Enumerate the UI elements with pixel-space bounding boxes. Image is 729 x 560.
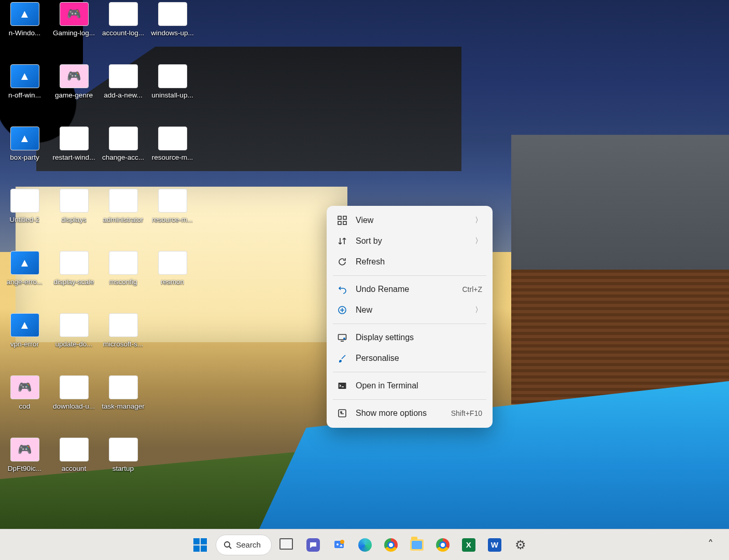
undo-icon bbox=[337, 284, 347, 295]
desktop-icon[interactable]: account bbox=[49, 436, 99, 498]
ctx-view[interactable]: View 〉 bbox=[331, 210, 488, 231]
taskbar-app-chat[interactable] bbox=[303, 535, 324, 555]
desktop-icon-label: administrator bbox=[103, 216, 143, 224]
file-thumbnail-icon: 🎮 bbox=[10, 375, 39, 399]
desktop-icon-label: restart-wind... bbox=[53, 153, 95, 162]
desktop-icon[interactable]: update-do... bbox=[49, 311, 99, 373]
taskbar-app-edge[interactable] bbox=[355, 535, 375, 555]
desktop-icon[interactable]: ▲box-party bbox=[0, 124, 49, 187]
taskbar-app-word[interactable]: W bbox=[484, 535, 505, 555]
desktop-icon-label: ange-erro... bbox=[7, 278, 43, 286]
separator bbox=[333, 275, 486, 276]
desktop-icon[interactable]: displays bbox=[49, 187, 99, 249]
desktop-icon[interactable]: microsoft-s... bbox=[99, 311, 148, 373]
desktop-icon-label: msconfig bbox=[109, 278, 137, 286]
file-thumbnail-icon: ▲ bbox=[10, 64, 39, 88]
start-button[interactable] bbox=[190, 535, 211, 555]
desktop-icon[interactable]: 🎮DpFt90ic... bbox=[0, 436, 49, 498]
svg-point-9 bbox=[225, 542, 230, 547]
ctx-label: Open in Terminal bbox=[356, 381, 482, 390]
ctx-label: Display settings bbox=[356, 333, 482, 342]
separator bbox=[333, 399, 486, 400]
file-thumbnail-icon bbox=[158, 189, 187, 213]
ctx-open-terminal[interactable]: Open in Terminal bbox=[331, 375, 488, 396]
desktop-icon[interactable]: ▲ange-erro... bbox=[0, 249, 49, 311]
desktop-icon[interactable]: administrator bbox=[99, 187, 148, 249]
ctx-display-settings[interactable]: Display settings bbox=[331, 327, 488, 348]
chevron-right-icon: 〉 bbox=[475, 236, 482, 246]
desktop-context-menu: View 〉 Sort by 〉 Refresh Undo Rename Ctr… bbox=[327, 206, 493, 428]
file-thumbnail-icon bbox=[10, 189, 39, 213]
ctx-show-more-options[interactable]: Show more options Shift+F10 bbox=[331, 403, 488, 424]
file-thumbnail-icon: ▲ bbox=[10, 313, 39, 337]
ctx-label: New bbox=[356, 305, 467, 315]
task-view-button[interactable] bbox=[277, 535, 298, 555]
taskbar-search[interactable]: Search bbox=[216, 535, 272, 555]
desktop-icon[interactable]: 🎮game-genre bbox=[49, 62, 99, 124]
ctx-undo-rename[interactable]: Undo Rename Ctrl+Z bbox=[331, 279, 488, 300]
desktop-icon-label: microsoft-s... bbox=[103, 340, 143, 348]
desktop-icon-label: n-off-win... bbox=[8, 91, 41, 100]
desktop-icon[interactable]: resmon bbox=[148, 249, 197, 311]
chat-icon bbox=[306, 538, 320, 552]
taskbar-app-file-explorer[interactable] bbox=[406, 535, 427, 555]
desktop-icon[interactable]: resource-m... bbox=[148, 187, 197, 249]
desktop-icon[interactable]: startup bbox=[99, 436, 148, 498]
paintbrush-icon bbox=[337, 353, 347, 363]
desktop-icon[interactable]: task-manager bbox=[99, 373, 148, 436]
separator bbox=[333, 324, 486, 324]
taskbar-app-chrome-profile2[interactable] bbox=[432, 535, 453, 555]
svg-rect-8 bbox=[339, 410, 346, 417]
chevron-right-icon: 〉 bbox=[475, 216, 482, 225]
file-thumbnail-icon bbox=[158, 2, 187, 26]
ctx-refresh[interactable]: Refresh bbox=[331, 251, 488, 272]
desktop-icon[interactable]: download-u... bbox=[49, 373, 99, 436]
desktop-icon[interactable]: ▲n-Windo... bbox=[0, 0, 49, 62]
taskbar-app-settings[interactable]: ⚙ bbox=[510, 535, 531, 555]
desktop-icon-label: task-manager bbox=[102, 402, 145, 411]
desktop-icon[interactable]: ▲n-off-win... bbox=[0, 62, 49, 124]
file-thumbnail-icon bbox=[109, 438, 138, 461]
edge-icon bbox=[358, 538, 372, 552]
file-thumbnail-icon bbox=[109, 251, 138, 275]
file-thumbnail-icon bbox=[109, 2, 138, 26]
ctx-shortcut: Ctrl+Z bbox=[462, 285, 483, 293]
desktop-icon[interactable]: restart-wind... bbox=[49, 124, 99, 187]
taskbar-app-snip[interactable] bbox=[329, 535, 349, 555]
desktop-icon[interactable]: resource-m... bbox=[148, 124, 197, 187]
svg-point-11 bbox=[337, 543, 339, 545]
desktop-icon[interactable]: Untitled-2 bbox=[0, 187, 49, 249]
svg-point-12 bbox=[340, 540, 344, 544]
desktop-icon[interactable]: msconfig bbox=[99, 249, 148, 311]
desktop-icon-label: displays bbox=[61, 216, 87, 224]
desktop-icon[interactable]: uninstall-up... bbox=[148, 62, 197, 124]
chevron-right-icon: 〉 bbox=[475, 305, 482, 315]
ctx-personalise[interactable]: Personalise bbox=[331, 348, 488, 369]
file-thumbnail-icon: ▲ bbox=[10, 127, 39, 150]
file-thumbnail-icon bbox=[60, 438, 89, 461]
ctx-sort-by[interactable]: Sort by 〉 bbox=[331, 231, 488, 251]
file-thumbnail-icon bbox=[60, 127, 89, 150]
desktop-icon-label: n-Windo... bbox=[9, 29, 41, 37]
taskbar-app-excel[interactable]: X bbox=[458, 535, 479, 555]
desktop-icon[interactable]: 🎮cod bbox=[0, 373, 49, 436]
taskbar-overflow[interactable]: ˄ bbox=[700, 535, 721, 555]
desktop-icon[interactable]: windows-up... bbox=[148, 0, 197, 62]
folder-icon bbox=[410, 539, 424, 551]
desktop-icon-label: resmon bbox=[161, 278, 184, 286]
desktop-icon[interactable]: add-a-new... bbox=[99, 62, 148, 124]
desktop-icon[interactable]: display-scale bbox=[49, 249, 99, 311]
taskbar-app-chrome-profile1[interactable] bbox=[381, 535, 401, 555]
desktop-icon-label: download-u... bbox=[53, 402, 95, 411]
desktop-icon[interactable]: change-acc... bbox=[99, 124, 148, 187]
ctx-new[interactable]: New 〉 bbox=[331, 300, 488, 320]
desktop-icon[interactable]: ▲vpn-error bbox=[0, 311, 49, 373]
taskbar: Search X bbox=[0, 529, 729, 560]
file-thumbnail-icon bbox=[109, 189, 138, 213]
desktop-icon[interactable]: account-log... bbox=[99, 0, 148, 62]
display-icon bbox=[337, 332, 347, 343]
chrome-icon bbox=[436, 538, 450, 552]
desktop-icon[interactable]: 🎮Gaming-log... bbox=[49, 0, 99, 62]
desktop-icon-label: cod bbox=[19, 402, 31, 411]
file-thumbnail-icon: ▲ bbox=[10, 2, 39, 26]
